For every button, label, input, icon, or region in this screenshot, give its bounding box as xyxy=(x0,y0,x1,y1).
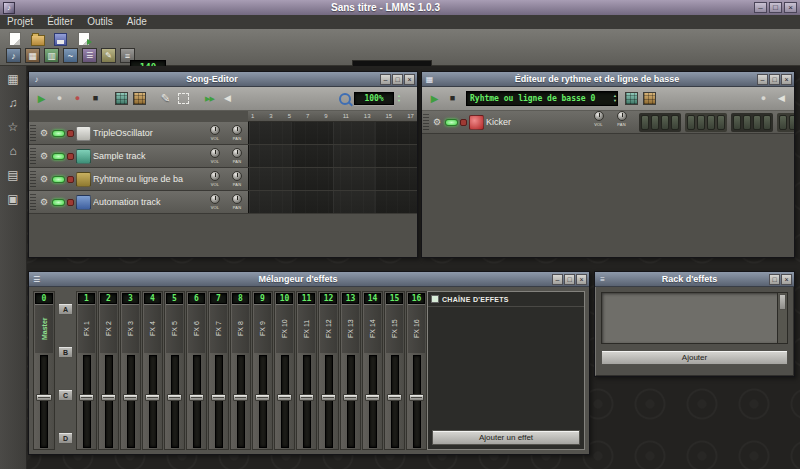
track-drag-grip[interactable] xyxy=(30,170,36,189)
fader-handle[interactable] xyxy=(211,394,226,401)
root-dir-tab[interactable]: ▤ xyxy=(4,167,22,183)
fx-channel-strip[interactable]: 5 FX 5 xyxy=(164,291,185,450)
fx-channel-name[interactable]: FX 7 xyxy=(210,305,227,353)
fader-handle[interactable] xyxy=(123,394,138,401)
fx-volume-fader[interactable] xyxy=(166,355,183,448)
bb-editor-toggle[interactable] xyxy=(25,48,40,63)
back-to-start-button[interactable]: ◀ xyxy=(219,90,236,107)
fader-handle[interactable] xyxy=(277,394,292,401)
stop-pattern-button[interactable]: ■ xyxy=(444,90,461,107)
track-actions-button[interactable]: ⚙ xyxy=(38,197,50,207)
track-actions-button[interactable]: ⚙ xyxy=(431,117,443,127)
zoom-level-display[interactable]: 100% xyxy=(354,92,394,105)
add-steps-button[interactable]: ● xyxy=(755,90,772,107)
fx-volume-fader[interactable] xyxy=(100,355,117,448)
add-effect-button[interactable]: Ajouter xyxy=(601,350,788,365)
fx-volume-fader[interactable] xyxy=(408,355,425,448)
window-close-button[interactable]: × xyxy=(784,2,797,13)
automation-editor-toggle[interactable] xyxy=(63,48,78,63)
menu-item[interactable]: Éditer xyxy=(40,15,80,29)
fx-volume-fader[interactable] xyxy=(210,355,227,448)
bb-track-name[interactable]: Kicker xyxy=(486,117,587,127)
fast-forward-button[interactable]: ▶▶ xyxy=(201,90,218,107)
copy-pattern-button[interactable] xyxy=(643,92,656,105)
edit-mode-button[interactable] xyxy=(175,90,192,107)
fader-handle[interactable] xyxy=(365,394,380,401)
fx-volume-fader[interactable] xyxy=(364,355,381,448)
fx-channel-name[interactable]: FX 2 xyxy=(100,305,117,353)
fx-channel-name[interactable]: FX 3 xyxy=(122,305,139,353)
fx-group-button[interactable]: A xyxy=(58,303,73,315)
fx-channel-strip[interactable]: 13 FX 13 xyxy=(340,291,361,450)
fx-channel-strip[interactable]: 3 FX 3 xyxy=(120,291,141,450)
piano-roll-toggle[interactable] xyxy=(44,48,59,63)
record-button[interactable]: ● xyxy=(51,90,68,107)
track-name[interactable]: Automation track xyxy=(93,197,202,207)
fx-channel-name[interactable]: FX 1 xyxy=(78,305,95,353)
fx-channel-strip[interactable]: 4 FX 4 xyxy=(142,291,163,450)
bb-editor-minimize-button[interactable]: – xyxy=(757,74,768,85)
samples-tab[interactable]: ♫ xyxy=(4,95,22,111)
mute-led[interactable] xyxy=(52,153,65,160)
fx-channel-strip[interactable]: 8 FX 8 xyxy=(230,291,251,450)
add-effect-button[interactable]: Ajouter un effet xyxy=(432,430,580,445)
add-pattern-button[interactable] xyxy=(625,92,638,105)
pan-knob[interactable] xyxy=(232,194,242,204)
fx-channel-strip[interactable]: 14 FX 14 xyxy=(362,291,383,450)
fx-channel-strip[interactable]: 10 FX 10 xyxy=(274,291,295,450)
song-editor-toggle[interactable] xyxy=(6,48,21,63)
bb-editor-titlebar[interactable]: ▦ Éditeur de rythme et de ligne de basse… xyxy=(422,72,794,87)
effects-list[interactable] xyxy=(601,292,788,344)
solo-led[interactable] xyxy=(67,176,74,183)
bb-editor-close-button[interactable]: × xyxy=(781,74,792,85)
volume-knob[interactable] xyxy=(594,111,604,121)
fx-channel-name[interactable]: FX 5 xyxy=(166,305,183,353)
beat-step[interactable] xyxy=(707,115,715,130)
fx-mixer-minimize-button[interactable]: – xyxy=(552,274,563,285)
track-segment-area[interactable] xyxy=(248,191,417,213)
window-minimize-button[interactable]: – xyxy=(754,2,767,13)
pattern-spin-buttons[interactable]: ▲▼ xyxy=(613,94,617,103)
beat-step[interactable] xyxy=(697,115,705,130)
effects-list-scrollbar[interactable] xyxy=(777,293,787,343)
beat-step[interactable] xyxy=(753,115,761,130)
track-name[interactable]: Sample track xyxy=(93,151,202,161)
fx-channel-name[interactable]: FX 8 xyxy=(232,305,249,353)
track-drag-grip[interactable] xyxy=(30,124,36,143)
remove-steps-button[interactable]: ◀ xyxy=(773,90,790,107)
fx-volume-fader[interactable] xyxy=(298,355,315,448)
fader-handle[interactable] xyxy=(189,394,204,401)
menu-item[interactable]: Projet xyxy=(0,15,40,29)
fx-channel-strip[interactable]: 1 FX 1 xyxy=(76,291,97,450)
volume-knob[interactable] xyxy=(210,125,220,135)
fx-group-button[interactable]: D xyxy=(58,432,73,444)
save-project-button[interactable] xyxy=(52,31,69,47)
fx-channel-name[interactable]: Master xyxy=(35,305,53,353)
beat-step[interactable] xyxy=(763,115,771,130)
fx-mixer-titlebar[interactable]: ☰ Mélangeur d'effets – □ × xyxy=(29,272,589,287)
fx-channel-strip[interactable]: 16 FX 16 xyxy=(406,291,427,450)
fx-channel-name[interactable]: FX 4 xyxy=(144,305,161,353)
fx-volume-fader[interactable] xyxy=(254,355,271,448)
window-maximize-button[interactable]: □ xyxy=(769,2,782,13)
beat-step[interactable] xyxy=(789,115,795,130)
fx-volume-fader[interactable] xyxy=(320,355,337,448)
spin-down-icon[interactable]: ▼ xyxy=(397,99,401,103)
fx-mixer-close-button[interactable]: × xyxy=(576,274,587,285)
fx-channel-strip[interactable]: 7 FX 7 xyxy=(208,291,229,450)
volume-knob[interactable] xyxy=(210,171,220,181)
fx-channel-name[interactable]: FX 15 xyxy=(386,305,403,353)
fx-channel-name[interactable]: FX 9 xyxy=(254,305,271,353)
beat-step[interactable] xyxy=(671,115,679,130)
fx-volume-fader[interactable] xyxy=(276,355,293,448)
mute-led[interactable] xyxy=(52,176,65,183)
mute-led[interactable] xyxy=(445,119,458,126)
fx-channel-name[interactable]: FX 10 xyxy=(276,305,293,353)
fader-handle[interactable] xyxy=(233,394,248,401)
track-actions-button[interactable]: ⚙ xyxy=(38,128,50,138)
track-drag-grip[interactable] xyxy=(423,113,429,132)
solo-led[interactable] xyxy=(67,153,74,160)
track-segment-area[interactable] xyxy=(248,168,417,190)
fx-volume-fader[interactable] xyxy=(188,355,205,448)
fx-mixer-toggle[interactable] xyxy=(82,48,97,63)
